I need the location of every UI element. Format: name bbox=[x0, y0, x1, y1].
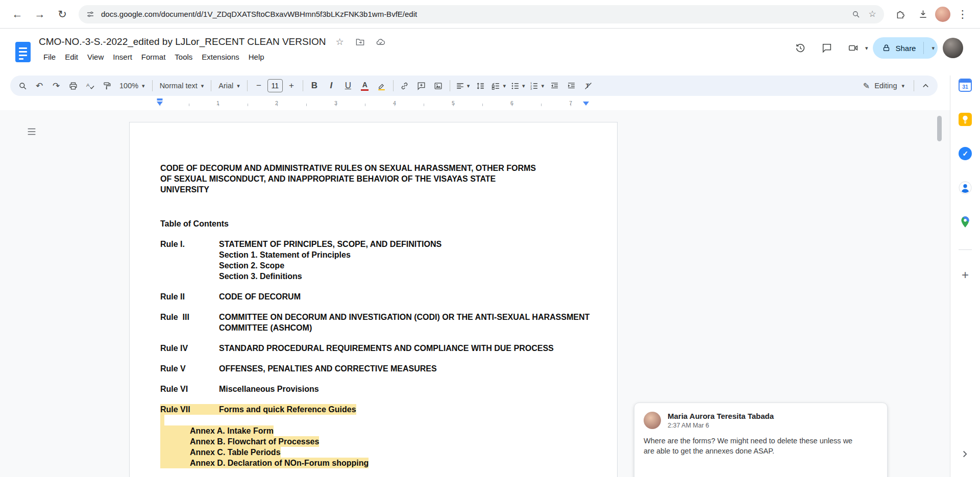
toolbar-separator bbox=[211, 80, 211, 91]
font-selector[interactable]: Arial ▾ bbox=[214, 78, 244, 93]
zoom-selector[interactable]: 100% ▾ bbox=[115, 78, 149, 93]
bulleted-list-button[interactable]: ▾ bbox=[508, 78, 527, 93]
menu-view[interactable]: View bbox=[83, 51, 108, 63]
formatting-toolbar: ↶ ↷ A 100% ▾ Normal text ▾ Arial ▾ − 11 … bbox=[10, 76, 938, 96]
share-button[interactable]: Share ▾ bbox=[873, 37, 938, 59]
paint-format-button[interactable] bbox=[99, 78, 115, 94]
toc-rule-5: Rule V OFFENSES, PENALTIES AND CORRECTIV… bbox=[160, 363, 593, 374]
mode-selector[interactable]: ✎ Editing ▾ bbox=[857, 78, 911, 94]
decrease-font-size-button[interactable]: − bbox=[251, 78, 267, 94]
rule-label: Rule II bbox=[160, 291, 219, 302]
right-indent-marker[interactable] bbox=[583, 102, 589, 106]
align-button[interactable]: ▾ bbox=[453, 78, 472, 93]
meet-presence-control[interactable]: ▾ bbox=[843, 37, 868, 59]
line-spacing-button[interactable] bbox=[472, 78, 488, 94]
increase-font-size-button[interactable]: + bbox=[283, 78, 300, 94]
clear-formatting-button[interactable]: T bbox=[580, 78, 597, 94]
site-info-icon[interactable] bbox=[85, 9, 96, 20]
contacts-icon[interactable] bbox=[959, 181, 972, 194]
first-line-indent-marker[interactable] bbox=[157, 98, 163, 101]
back-icon[interactable]: ← bbox=[7, 4, 28, 24]
account-avatar[interactable] bbox=[943, 38, 963, 58]
document-canvas: CODE OF DECORUM AND ADMINISTRATIVE RULES… bbox=[0, 110, 950, 477]
document-page[interactable]: CODE OF DECORUM AND ADMINISTRATIVE RULES… bbox=[129, 122, 618, 477]
video-call-caret-icon[interactable]: ▾ bbox=[865, 45, 868, 51]
menu-search-icon[interactable] bbox=[14, 78, 31, 94]
left-indent-marker[interactable] bbox=[157, 102, 163, 106]
zoom-icon[interactable] bbox=[850, 9, 862, 20]
url-text[interactable]: docs.google.com/document/d/1V_ZDqDXATSft… bbox=[101, 10, 845, 18]
comment-author-avatar[interactable] bbox=[644, 412, 661, 429]
rail-divider bbox=[959, 249, 972, 250]
ruler-mark: 3 bbox=[334, 100, 337, 106]
comment-author-name: Maria Aurora Teresita Tabada bbox=[668, 412, 774, 420]
version-history-icon[interactable] bbox=[790, 37, 811, 59]
insert-link-button[interactable] bbox=[397, 78, 413, 94]
calendar-icon[interactable]: 31 bbox=[959, 79, 972, 92]
svg-text:A: A bbox=[86, 82, 89, 88]
add-comment-button[interactable] bbox=[413, 78, 430, 94]
bookmark-star-icon[interactable]: ☆ bbox=[867, 9, 878, 20]
get-addons-icon[interactable]: + bbox=[962, 268, 969, 282]
extensions-icon[interactable] bbox=[890, 4, 911, 24]
increase-indent-button[interactable] bbox=[564, 78, 580, 94]
numbered-list-button[interactable]: 123 ▾ bbox=[527, 78, 546, 93]
redo-button[interactable]: ↷ bbox=[48, 78, 64, 94]
reload-icon[interactable]: ↻ bbox=[52, 4, 72, 24]
document-outline-icon[interactable] bbox=[24, 124, 39, 139]
highlight-color-button[interactable] bbox=[374, 78, 390, 94]
paragraph-style-selector[interactable]: Normal text ▾ bbox=[156, 78, 208, 93]
forward-icon[interactable]: → bbox=[30, 4, 50, 24]
move-folder-icon[interactable] bbox=[353, 35, 366, 48]
underline-button[interactable]: U bbox=[340, 78, 356, 94]
undo-button[interactable]: ↶ bbox=[31, 78, 47, 94]
toolbar-separator bbox=[450, 80, 450, 91]
rule-title: STATEMENT OF PRINCIPLES, SCOPE, AND DEFI… bbox=[219, 239, 593, 249]
menu-file[interactable]: File bbox=[39, 51, 60, 63]
toolbar-separator bbox=[303, 80, 303, 91]
rule-section: Section 1. Statement of Principles bbox=[219, 249, 593, 260]
menu-tools[interactable]: Tools bbox=[170, 51, 197, 63]
rule-title: CODE OF DECORUM bbox=[219, 291, 593, 302]
star-icon[interactable]: ☆ bbox=[333, 35, 346, 48]
toc-rule-2: Rule II CODE OF DECORUM bbox=[160, 291, 593, 302]
document-title[interactable]: CMO-NO.-3-S.-2022_edited by LJLor_RECENT… bbox=[39, 36, 326, 47]
keep-icon[interactable] bbox=[959, 113, 972, 126]
horizontal-ruler[interactable]: 1 2 3 4 5 6 7 bbox=[0, 96, 950, 110]
zoom-caret-icon: ▾ bbox=[142, 83, 145, 89]
comment-card[interactable]: Maria Aurora Teresita Tabada 2:37 AM Mar… bbox=[634, 403, 888, 477]
toolbar-separator bbox=[152, 80, 153, 91]
menu-extensions[interactable]: Extensions bbox=[197, 51, 243, 63]
browser-profile-avatar[interactable] bbox=[935, 7, 950, 22]
vertical-scrollbar[interactable] bbox=[937, 116, 942, 141]
print-button[interactable] bbox=[65, 78, 81, 94]
font-size-input[interactable]: 11 bbox=[267, 79, 283, 92]
collapse-toolbar-icon[interactable] bbox=[917, 78, 934, 94]
tasks-icon[interactable]: ✓ bbox=[959, 147, 972, 160]
address-bar[interactable]: docs.google.com/document/d/1V_ZDqDXATSft… bbox=[79, 5, 884, 23]
insert-image-button[interactable] bbox=[430, 78, 447, 94]
bold-button[interactable]: B bbox=[306, 78, 323, 94]
menu-help[interactable]: Help bbox=[244, 51, 269, 63]
share-caret-icon[interactable]: ▾ bbox=[932, 45, 935, 51]
docs-logo-icon[interactable] bbox=[15, 42, 31, 62]
rule-section: Section 3. Definitions bbox=[219, 271, 593, 282]
maps-icon[interactable] bbox=[959, 215, 972, 229]
video-call-icon[interactable] bbox=[843, 37, 864, 59]
document-text: CODE OF DECORUM AND ADMINISTRATIVE RULES… bbox=[130, 122, 617, 468]
checklist-button[interactable]: ▾ bbox=[489, 78, 508, 93]
browser-menu-icon[interactable]: ⋮ bbox=[952, 4, 973, 24]
show-side-panel-icon[interactable] bbox=[957, 446, 973, 462]
annex-item: Annex C. Table Periods bbox=[160, 447, 593, 458]
toc-rule-1: Rule I. STATEMENT OF PRINCIPLES, SCOPE, … bbox=[160, 239, 593, 282]
open-comments-icon[interactable] bbox=[816, 37, 838, 59]
menu-insert[interactable]: Insert bbox=[108, 51, 137, 63]
cloud-status-icon[interactable] bbox=[374, 35, 387, 48]
menu-format[interactable]: Format bbox=[137, 51, 170, 63]
decrease-indent-button[interactable] bbox=[547, 78, 563, 94]
text-color-button[interactable]: A bbox=[357, 78, 373, 94]
spellcheck-button[interactable]: A bbox=[82, 78, 98, 94]
menu-edit[interactable]: Edit bbox=[60, 51, 83, 63]
downloads-icon[interactable] bbox=[913, 4, 933, 24]
italic-button[interactable]: I bbox=[323, 78, 339, 94]
